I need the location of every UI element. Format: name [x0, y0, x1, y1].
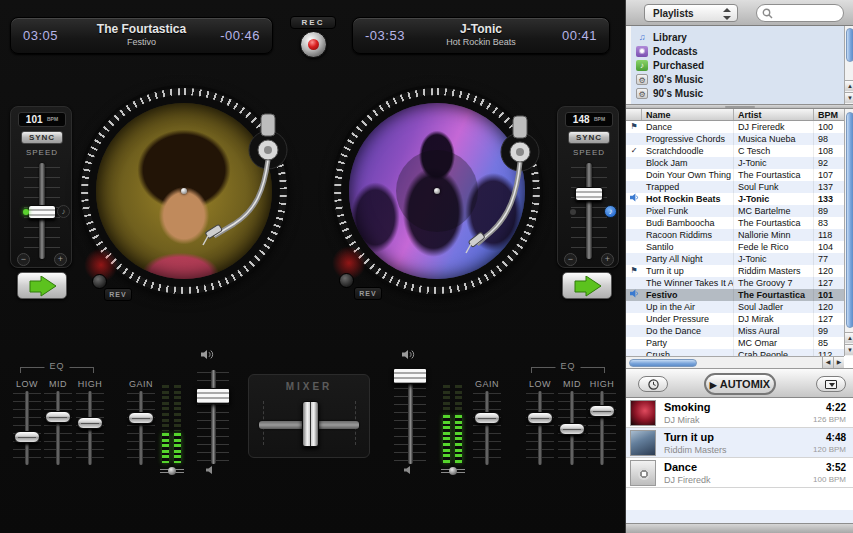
left-eq-mid-slider[interactable] — [43, 391, 73, 465]
table-row[interactable]: Progressive Chords Musica Nueba 98 — [626, 133, 844, 145]
scroll-right-button[interactable]: ▶ — [833, 357, 844, 368]
left-speed-slider-thumb[interactable] — [28, 205, 56, 219]
table-row[interactable]: Doin Your Own Thing The Fourtastica 107 — [626, 169, 844, 181]
left-gain-slider[interactable] — [126, 391, 156, 465]
track-name: Dance — [642, 121, 734, 133]
queue-item[interactable]: Dance DJ Fireredk 3:52 100 BPM — [626, 458, 853, 488]
right-gain-slider[interactable] — [472, 391, 502, 465]
scroll-down-button[interactable]: ▼ — [845, 344, 853, 355]
track-bpm: 112 — [814, 349, 844, 356]
queue-item[interactable]: Turn it up Riddim Masters 4:48 120 BPM — [626, 428, 853, 458]
scroll-left-button[interactable]: ◀ — [822, 357, 833, 368]
queue-item[interactable]: Smoking DJ Mirak 4:22 126 BPM — [626, 398, 853, 428]
table-row[interactable]: Block Jam J-Tonic 92 — [626, 157, 844, 169]
track-artist: The Fourtastica — [734, 289, 814, 301]
album-art — [630, 430, 656, 456]
right-key-lock-button[interactable]: ♪ — [604, 205, 617, 218]
sidebar-source-item[interactable]: ♪ Purchased — [631, 58, 844, 72]
marker-column-header[interactable] — [626, 109, 642, 120]
artist-column-header[interactable]: Artist — [734, 109, 814, 120]
left-key-lock-button[interactable]: ♪ — [57, 205, 70, 218]
crossfader-handle[interactable] — [302, 401, 319, 447]
search-field[interactable] — [756, 4, 844, 22]
source-list-scrollbar[interactable]: ▲ ▼ — [844, 26, 853, 104]
right-eq-high-slider[interactable] — [587, 391, 617, 465]
sidebar-source-item[interactable]: ♫ Library — [631, 30, 844, 44]
row-marker-icon — [626, 313, 642, 325]
scrollbar-thumb[interactable] — [846, 28, 853, 62]
automix-button[interactable]: ▶AUTOMIX — [704, 373, 776, 395]
source-list: ♫ Library Podcasts ♪ Purchased ⚙ 80's Mu… — [626, 26, 844, 104]
drawer-toggle-button[interactable] — [816, 376, 846, 392]
table-row[interactable]: Party All Night J-Tonic 77 — [626, 253, 844, 265]
right-speed-slider-thumb[interactable] — [575, 187, 603, 201]
right-speed-label: SPEED — [558, 148, 620, 157]
table-row[interactable]: Racoon Riddims Nallorie Minn 118 — [626, 229, 844, 241]
left-pitch-minus-button[interactable]: − — [17, 253, 30, 266]
table-row[interactable]: Pixel Funk MC Bartelme 89 — [626, 205, 844, 217]
table-scrollbar[interactable]: ▲ ▼ — [844, 109, 853, 356]
record-button[interactable] — [300, 31, 327, 58]
sidebar-source-item[interactable]: Podcasts — [631, 44, 844, 58]
left-strobe-knob[interactable] — [92, 274, 107, 289]
table-row[interactable]: The Winner Takes It All The Groovy 7 127 — [626, 277, 844, 289]
left-deck-info: 03:05 The Fourtastica Festivo -00:46 — [10, 17, 273, 54]
table-row[interactable]: Do the Dance Miss Aural 99 — [626, 325, 844, 337]
automix-button-label: AUTOMIX — [720, 378, 771, 390]
scrollbar-thumb[interactable] — [846, 112, 853, 328]
left-sync-button[interactable]: SYNC — [21, 131, 63, 144]
left-volume-fader-thumb[interactable] — [196, 388, 230, 404]
sidebar-source-item[interactable]: ⚙ 80's Music — [631, 72, 844, 86]
left-play-button[interactable] — [17, 272, 67, 299]
table-row[interactable]: Party MC Omar 85 — [626, 337, 844, 349]
right-strobe-knob[interactable] — [339, 273, 354, 288]
right-play-button[interactable] — [562, 272, 612, 299]
left-volume-fader[interactable] — [195, 356, 231, 468]
scrollbar-thumb[interactable] — [629, 359, 697, 367]
row-marker-icon — [626, 157, 642, 169]
right-pitch-plus-button[interactable]: + — [601, 253, 614, 266]
playlists-dropdown[interactable]: Playlists — [644, 4, 738, 22]
track-bpm: 83 — [814, 217, 844, 229]
table-row[interactable]: Festivo The Fourtastica 101 — [626, 289, 844, 301]
right-volume-fader-thumb[interactable] — [393, 368, 427, 384]
name-column-header[interactable]: Name — [642, 109, 734, 120]
right-reverse-button[interactable]: REV — [354, 287, 382, 300]
table-row[interactable]: ✓ Scratchdoodle C Tesch 108 — [626, 145, 844, 157]
clock-icon — [648, 379, 659, 390]
left-reverse-button[interactable]: REV — [104, 288, 132, 301]
right-volume-fader[interactable] — [392, 356, 428, 468]
history-clock-button[interactable] — [638, 376, 668, 392]
table-row[interactable]: Hot Rockin Beats J-Tonic 133 — [626, 193, 844, 205]
left-mini-fader-icon — [160, 467, 184, 476]
scroll-down-button[interactable]: ▼ — [845, 92, 853, 103]
right-pitch-minus-button[interactable]: − — [564, 253, 577, 266]
table-horizontal-scrollbar[interactable]: ◀ ▶ — [626, 356, 844, 368]
table-row[interactable]: ⚑ Turn it up Riddim Masters 120 — [626, 265, 844, 277]
right-eq-mid-slider[interactable] — [557, 391, 587, 465]
row-marker-icon — [626, 133, 642, 145]
source-icon — [636, 46, 648, 57]
track-name: Do the Dance — [642, 325, 734, 337]
right-sync-button[interactable]: SYNC — [568, 131, 610, 144]
table-row[interactable]: Budi Bamboocha The Fourtastica 83 — [626, 217, 844, 229]
table-row[interactable]: Crush Crab People 112 — [626, 349, 844, 356]
left-eq-high-slider[interactable] — [75, 391, 105, 465]
search-input[interactable] — [775, 6, 839, 20]
table-row[interactable]: Up in the Air Soul Jadler 120 — [626, 301, 844, 313]
left-eq-low-slider[interactable] — [12, 391, 42, 465]
table-row[interactable]: Under Pressure DJ Mirak 127 — [626, 313, 844, 325]
left-deck-controls: 101 BPM SYNC SPEED ♪ − + — [10, 106, 72, 268]
scroll-up-button[interactable]: ▲ — [845, 80, 853, 91]
scroll-up-button[interactable]: ▲ — [845, 332, 853, 343]
deck-area: 03:05 The Fourtastica Festivo -00:46 REC… — [0, 0, 625, 533]
bpm-column-header[interactable]: BPM — [814, 109, 844, 120]
left-pitch-plus-button[interactable]: + — [54, 253, 67, 266]
sidebar-source-item[interactable]: ⚙ 90's Music — [631, 86, 844, 100]
table-row[interactable]: ⚑ Dance DJ Fireredk 100 — [626, 121, 844, 133]
track-artist: The Groovy 7 — [734, 277, 814, 289]
queue-track-title: Turn it up — [664, 431, 714, 443]
right-eq-low-slider[interactable] — [525, 391, 555, 465]
table-row[interactable]: Trapped Soul Funk 137 — [626, 181, 844, 193]
table-row[interactable]: Santilo Fede le Rico 104 — [626, 241, 844, 253]
